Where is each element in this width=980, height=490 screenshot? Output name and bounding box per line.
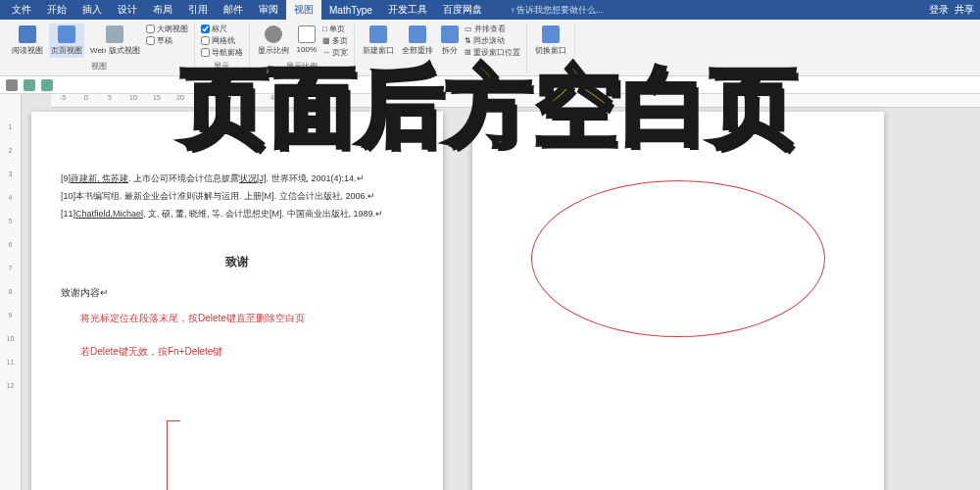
acknowledgment-content: 致谢内容↵ [61,284,414,302]
tell-me-search[interactable]: ♀ 告诉我您想要做什么... [510,0,603,20]
tab-百度网盘[interactable]: 百度网盘 [435,0,490,20]
multi-page-button[interactable]: ▦多页 [322,35,348,46]
tab-引用[interactable]: 引用 [180,0,216,20]
tab-布局[interactable]: 布局 [145,0,180,20]
titlebar-actions: 登录 共享 [929,0,980,20]
titlebar: 文件开始插入设计布局引用邮件审阅视图MathType开发工具百度网盘 ♀ 告诉我… [0,0,980,20]
reference-10: [10]本书编写组. 最新企业会计准则讲解与运用. 上册[M]. 立信会计出版社… [61,188,414,204]
side-by-side-button[interactable]: ▭并排查看 [465,24,520,34]
tab-开发工具[interactable]: 开发工具 [380,0,435,20]
document-page-1[interactable]: [9]薛建新, 焦苏建. 上市公司环境会计信息披露状况[J]. 世界环境, 20… [31,112,443,490]
tab-审阅[interactable]: 审阅 [251,0,286,20]
instruction-note-2: 若Delete键无效，按Fn+Delete键 [80,343,414,361]
red-ellipse-annotation [531,180,825,337]
reference-11: [11]Chatfield,Michael, 文, 硕, 董, 晓维, 等. 会… [61,206,414,221]
tab-邮件[interactable]: 邮件 [216,0,251,20]
print-layout-button[interactable]: 页面视图 [49,24,84,58]
share-button[interactable]: 共享 [955,3,974,17]
gridlines-check[interactable]: 网格线 [201,35,243,46]
sync-scroll-button[interactable]: ⇅同步滚动 [465,35,520,46]
outline-check[interactable]: 大纲视图 [146,24,188,34]
read-mode-button[interactable]: 阅读视图 [10,24,45,58]
reference-9: [9]薛建新, 焦苏建. 上市公司环境会计信息披露状况[J]. 世界环境, 20… [61,171,414,186]
login-button[interactable]: 登录 [929,3,949,17]
tab-插入[interactable]: 插入 [74,0,110,20]
ribbon-group-views: 阅读视图 页面视图 Web 版式视图 大纲视图 草稿 视图 [4,22,195,74]
tab-开始[interactable]: 开始 [39,0,74,20]
annotation-bracket [167,420,180,490]
menu-tabs: 文件开始插入设计布局引用邮件审阅视图MathType开发工具百度网盘 [0,0,490,20]
tutorial-overlay-title: 页面后方空白页 [181,49,799,166]
draft-check[interactable]: 草稿 [146,35,188,46]
tab-文件[interactable]: 文件 [4,0,39,20]
redo-icon[interactable] [41,79,53,91]
tab-MathType[interactable]: MathType [321,0,380,20]
save-icon[interactable] [6,79,18,91]
acknowledgment-heading: 致谢 [61,252,414,273]
web-layout-button[interactable]: Web 版式视图 [88,24,142,58]
one-page-button[interactable]: □单页 [322,24,348,34]
tab-设计[interactable]: 设计 [110,0,145,20]
instruction-note-1: 将光标定位在段落末尾，按Delete键直至删除空白页 [80,310,414,327]
document-page-2-blank[interactable] [472,112,884,490]
vertical-ruler: 123456789101112 [0,94,22,490]
ruler-check[interactable]: 标尺 [201,24,243,34]
tab-视图[interactable]: 视图 [286,0,321,20]
group-label: 视图 [10,61,188,72]
undo-icon[interactable] [24,79,35,91]
